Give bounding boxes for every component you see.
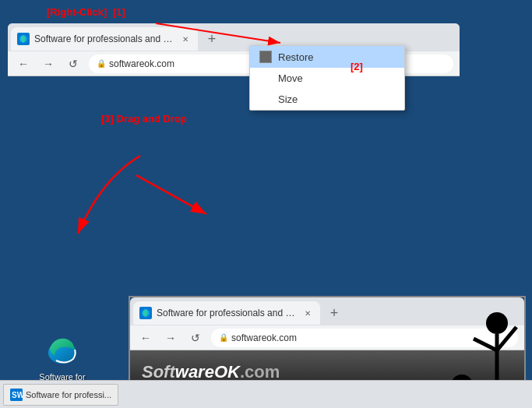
- restore-icon: [259, 51, 272, 63]
- move-label: Move: [259, 72, 303, 84]
- bottom-tab-close[interactable]: ✕: [301, 307, 314, 319]
- taskbar: SW Software for professi...: [0, 380, 532, 408]
- site-logo: SoftwareOK.com: [142, 362, 280, 382]
- bottom-url-text: softwareok.com: [231, 332, 297, 343]
- bottom-tab-favicon: [139, 307, 152, 319]
- svg-text:SW: SW: [12, 391, 23, 399]
- back-button[interactable]: ←: [14, 55, 33, 73]
- lock-icon: 🔒: [97, 59, 106, 68]
- refresh-button[interactable]: ↺: [64, 55, 83, 73]
- taskbar-item-label: Software for professi...: [26, 390, 111, 399]
- svg-point-5: [486, 312, 508, 334]
- drag-drop-annotation: [3] Drag and Drop: [101, 113, 187, 125]
- active-tab[interactable]: Software for professionals and b... ✕: [11, 27, 198, 51]
- bottom-active-tab[interactable]: Software for professionals and b... ✕: [133, 301, 320, 325]
- context-menu-restore[interactable]: Restore: [250, 46, 404, 68]
- bottom-lock-icon: 🔒: [219, 333, 228, 342]
- bottom-forward-button[interactable]: →: [161, 329, 180, 347]
- svg-line-7: [474, 339, 497, 350]
- bottom-new-tab-button[interactable]: +: [323, 302, 345, 324]
- tab-close-button[interactable]: ✕: [179, 33, 192, 45]
- restore-label: Restore: [278, 51, 314, 63]
- bottom-refresh-button[interactable]: ↺: [186, 329, 205, 347]
- new-tab-button[interactable]: +: [201, 28, 223, 50]
- label-2: [2]: [351, 61, 363, 72]
- edge-icon: [44, 331, 81, 368]
- right-click-label: [Right-Click]: [47, 6, 107, 18]
- forward-button[interactable]: →: [39, 55, 58, 73]
- context-menu-move[interactable]: Move: [250, 68, 404, 89]
- tab-title: Software for professionals and b...: [34, 33, 174, 44]
- size-label: Size: [259, 93, 298, 105]
- url-text: softwareok.com: [109, 58, 174, 69]
- taskbar-browser-item[interactable]: SW Software for professi...: [3, 384, 118, 406]
- label-1: [1]: [113, 6, 125, 18]
- context-menu-size[interactable]: Size: [250, 89, 404, 110]
- bottom-tab-title: Software for professionals and b...: [157, 308, 297, 318]
- context-menu: Restore Move Size: [249, 45, 405, 111]
- bottom-back-button[interactable]: ←: [136, 329, 155, 347]
- tab-favicon: [17, 33, 30, 45]
- right-click-annotation: [Right-Click] [1]: [47, 6, 125, 18]
- desktop-area: Software for professionals a... Software…: [0, 144, 532, 408]
- taskbar-icon: SW: [10, 389, 23, 401]
